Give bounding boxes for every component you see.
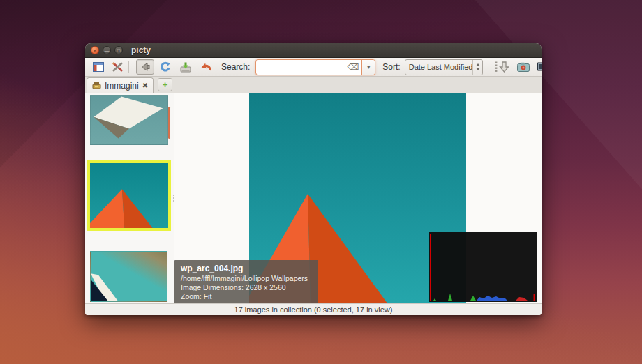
search-dropdown-button[interactable]: ▾ <box>361 60 375 75</box>
plus-icon: + <box>163 80 168 89</box>
pane-resize-handle[interactable] <box>173 195 174 202</box>
status-text: 17 images in collection (0 selected, 17 … <box>234 305 393 314</box>
maximize-button[interactable]: ▢ <box>114 46 123 54</box>
tab-label: Immagini <box>105 81 139 91</box>
photos-button[interactable] <box>535 59 542 75</box>
thumbnail-art <box>91 252 167 301</box>
window-title: picty <box>131 45 151 55</box>
thumbnail-pyramid-selected[interactable] <box>87 160 171 231</box>
titlebar[interactable]: ✕ — ▢ picty <box>85 43 542 58</box>
thumbnail-paper-plane[interactable] <box>90 95 168 145</box>
sort-direction-button[interactable] <box>492 59 512 75</box>
clear-search-icon[interactable]: ⌫ <box>347 60 361 75</box>
speaker-icon <box>140 63 150 71</box>
spin-up-icon <box>476 63 480 66</box>
thumbnail-sidebar[interactable] <box>85 93 174 303</box>
close-button[interactable]: ✕ <box>91 46 99 54</box>
content-area: wp_arc_004.jpg /home/lffl/Immagini/Lolli… <box>85 93 542 303</box>
sort-descending-icon <box>493 61 510 73</box>
collection-icon <box>92 82 101 89</box>
desktop: ✕ — ▢ picty <box>0 0 642 364</box>
add-tab-button[interactable]: + <box>158 78 172 91</box>
tools-icon <box>112 61 124 73</box>
toolbar-separator <box>128 61 129 73</box>
tools-button[interactable] <box>110 59 125 75</box>
import-button[interactable] <box>178 59 193 75</box>
search-input[interactable] <box>256 60 347 75</box>
thumbnail-reef[interactable] <box>90 251 167 302</box>
tab-close-icon[interactable]: ✖ <box>142 82 148 89</box>
undo-button[interactable] <box>198 59 214 75</box>
camera-button[interactable] <box>516 59 531 75</box>
tooltip-dimensions: Image Dimensions: 2628 x 2560 <box>181 283 312 292</box>
histogram-overlay <box>429 232 537 302</box>
undo-icon <box>200 62 212 72</box>
speaker-toggle-button[interactable] <box>136 59 154 75</box>
tab-immagini[interactable]: Immagini ✖ <box>87 77 154 93</box>
refresh-button[interactable] <box>158 59 173 75</box>
image-info-tooltip: wp_arc_004.jpg /home/lffl/Immagini/Lolli… <box>174 260 318 303</box>
sort-combobox[interactable]: Date Last Modified <box>405 59 483 75</box>
refresh-icon <box>160 61 171 73</box>
toolbar-separator <box>488 61 488 73</box>
picty-window: ✕ — ▢ picty <box>85 43 542 315</box>
image-viewer[interactable]: wp_arc_004.jpg /home/lffl/Immagini/Lolli… <box>174 93 542 303</box>
tooltip-zoom: Zoom: Fit <box>181 292 312 301</box>
browser-pane-icon <box>93 62 104 72</box>
camera-icon <box>517 62 530 72</box>
search-box: ⌫ ▾ <box>255 59 375 75</box>
sidebar-scrollbar[interactable] <box>168 107 170 139</box>
histogram-chart <box>429 232 537 302</box>
photos-icon <box>537 62 542 72</box>
tooltip-filename: wp_arc_004.jpg <box>181 264 312 274</box>
tab-bar: Immagini ✖ + <box>85 77 542 93</box>
browser-pane-button[interactable] <box>91 59 106 75</box>
status-bar: 17 images in collection (0 selected, 17 … <box>85 303 542 315</box>
tooltip-path: /home/lffl/Immagini/Lollipop Wallpapers <box>181 274 312 283</box>
sort-value: Date Last Modified <box>405 63 473 71</box>
import-icon <box>180 62 191 73</box>
sort-label: Sort: <box>382 62 400 72</box>
sort-spinner[interactable] <box>472 60 482 75</box>
search-label: Search: <box>221 62 250 72</box>
toolbar: Search: ⌫ ▾ Sort: Date Last Modified <box>85 58 542 77</box>
minimize-button[interactable]: — <box>103 46 111 54</box>
spin-down-icon <box>476 68 480 70</box>
